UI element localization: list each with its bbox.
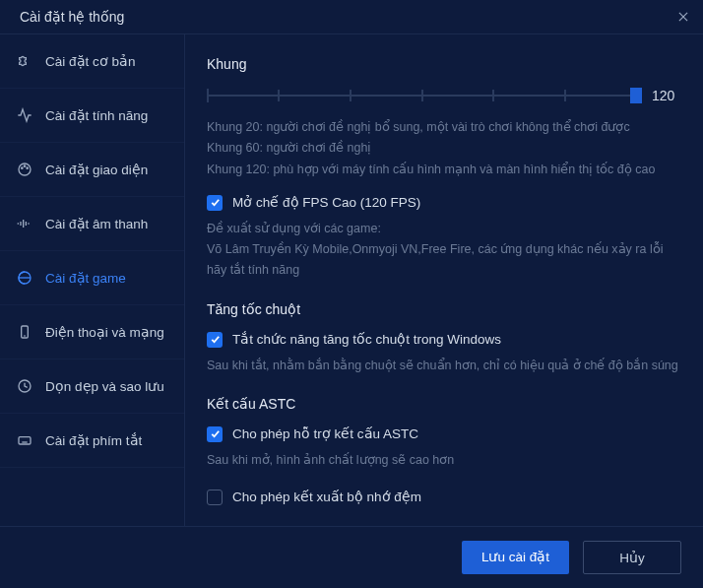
sidebar-item-label: Cài đặt cơ bản [45, 53, 136, 69]
sidebar-item-cleanup-backup[interactable]: Dọn dẹp và sao lưu [0, 359, 184, 414]
sidebar-item-basic[interactable]: Cài đặt cơ bản [0, 34, 184, 89]
sidebar-item-shortcuts[interactable]: Cài đặt phím tắt [0, 414, 184, 468]
cache-label: Cho phép kết xuất bộ nhớ đệm [232, 489, 421, 504]
palette-icon [16, 161, 33, 178]
window-title: Cài đặt hệ thống [20, 9, 124, 25]
cancel-button[interactable]: Hủy [583, 541, 681, 574]
mouse-accel-label: Tắt chức năng tăng tốc chuột trong Windo… [232, 331, 501, 347]
astc-label: Cho phép hỗ trợ kết cấu ASTC [232, 425, 418, 441]
svg-point-5 [24, 165, 25, 166]
sidebar-item-label: Cài đặt giao diện [45, 162, 148, 177]
astc-hint: Sau khi mở, hình ảnh chất lượng sẽ cao h… [207, 450, 681, 471]
sound-icon [16, 215, 33, 232]
fps-hint-body: Võ Lâm Truyền Kỳ Mobile,Onmyoji VN,Free … [207, 239, 681, 282]
history-icon [16, 377, 33, 395]
frame-heading: Khung [207, 56, 681, 72]
game-icon [16, 269, 33, 287]
sidebar: Cài đặt cơ bản Cài đặt tính năng Cài đặt… [0, 34, 185, 526]
svg-rect-11 [19, 437, 31, 444]
fps-hint-title: Đề xuất sử dụng với các game: [207, 219, 681, 239]
mouse-hint: Sau khi tắt, nhằm bắn bằng chuột sẽ chuẩ… [207, 356, 681, 376]
mouse-accel-checkbox[interactable] [207, 332, 223, 348]
sidebar-item-phone-network[interactable]: Điện thoại và mạng [0, 305, 184, 359]
svg-point-6 [27, 167, 28, 168]
frame-value: 120 [652, 88, 681, 103]
footer: Lưu cài đặt Hủy [0, 526, 703, 588]
sidebar-item-features[interactable]: Cài đặt tính năng [0, 89, 184, 143]
fps-high-label: Mở chế độ FPS Cao (120 FPS) [232, 194, 420, 210]
main-panel: Khung 120 Khung 20: người chơi đề nghị b… [185, 34, 703, 526]
fps-high-checkbox[interactable] [207, 195, 223, 211]
frame-hint-20: Khung 20: người chơi đề nghị bổ sung, mộ… [207, 117, 681, 138]
frame-hint-60: Khung 60: người chơi đề nghị [207, 138, 681, 159]
sidebar-item-label: Cài đặt tính năng [45, 107, 148, 123]
sidebar-item-label: Cài đặt phím tắt [45, 432, 142, 448]
frame-hint-120: Khung 120: phù hợp với máy tính cấu hình… [207, 160, 681, 180]
sidebar-item-interface[interactable]: Cài đặt giao diện [0, 143, 184, 197]
puzzle-icon [16, 52, 33, 70]
astc-checkbox[interactable] [207, 426, 223, 442]
sidebar-item-label: Cài đặt game [45, 270, 126, 286]
mouse-heading: Tăng tốc chuột [207, 301, 681, 317]
sidebar-item-game[interactable]: Cài đặt game [0, 251, 184, 305]
activity-icon [16, 106, 33, 124]
cache-checkbox[interactable] [207, 490, 223, 505]
sidebar-item-audio[interactable]: Cài đặt âm thanh [0, 197, 184, 251]
astc-heading: Kết cấu ASTC [207, 396, 681, 412]
sidebar-item-label: Dọn dẹp và sao lưu [45, 378, 164, 394]
phone-icon [16, 323, 33, 341]
slider-thumb[interactable] [630, 88, 642, 103]
svg-point-4 [22, 167, 23, 168]
titlebar: Cài đặt hệ thống [0, 0, 703, 34]
save-button[interactable]: Lưu cài đặt [462, 541, 569, 574]
sidebar-item-label: Cài đặt âm thanh [45, 216, 148, 231]
keyboard-icon [16, 431, 33, 449]
sidebar-item-label: Điện thoại và mạng [45, 324, 164, 340]
frame-slider[interactable] [207, 86, 636, 105]
close-button[interactable] [675, 9, 691, 25]
